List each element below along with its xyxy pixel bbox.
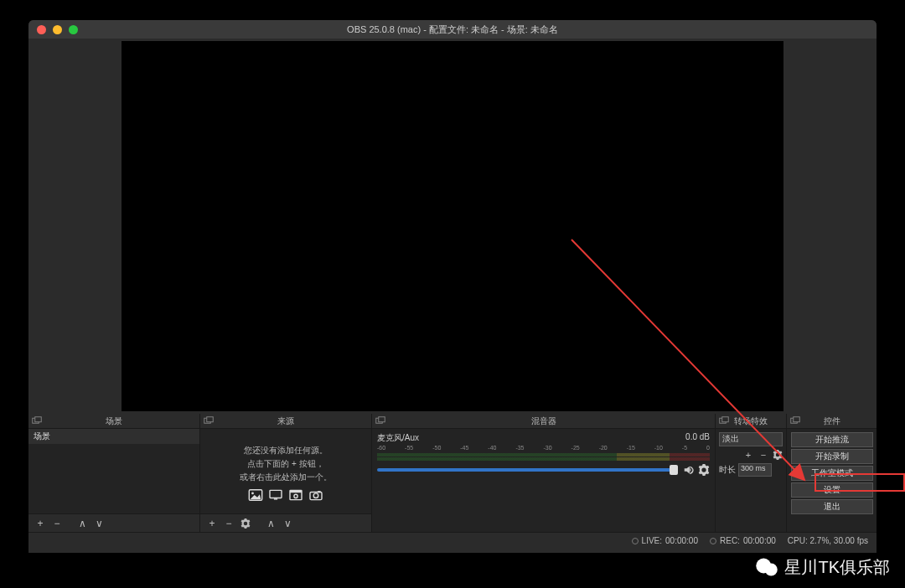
app-window: OBS 25.0.8 (mac) - 配置文件: 未命名 - 场景: 未命名 场…: [28, 20, 877, 553]
rec-indicator-icon: [710, 538, 716, 544]
watermark-text: 星川TK俱乐部: [784, 556, 890, 579]
scenes-footer: + − ∧ ∨: [28, 513, 199, 532]
add-scene-button[interactable]: +: [34, 517, 47, 530]
studio-mode-button[interactable]: 工作室模式: [791, 466, 873, 481]
remove-scene-button[interactable]: −: [50, 517, 64, 530]
svg-rect-6: [270, 490, 282, 498]
status-rec: REC: 00:00:00: [710, 536, 776, 545]
minimize-icon[interactable]: [53, 25, 62, 34]
mixer-panel-header: 混音器: [372, 414, 715, 429]
svg-point-22: [765, 564, 778, 576]
live-label: LIVE:: [642, 536, 662, 545]
controls-panel-header: 控件: [787, 414, 877, 429]
sources-empty-hint: 您还没有添加任何源。 点击下面的 + 按钮， 或者右击此处添加一个。: [200, 429, 371, 501]
mixer-panel-title: 混音器: [372, 415, 715, 427]
start-streaming-button[interactable]: 开始推流: [791, 432, 873, 447]
speaker-icon[interactable]: [683, 464, 695, 476]
mixer-channel-name: 麦克风/Aux: [377, 432, 419, 444]
mixer-panel: 混音器 麦克风/Aux 0.0 dB -60 -55 -50 -45 -4: [372, 414, 716, 532]
camera-source-icon: [308, 489, 323, 501]
window-title: OBS 25.0.8 (mac) - 配置文件: 未命名 - 场景: 未命名: [28, 23, 877, 36]
sources-panel-title: 来源: [200, 415, 371, 427]
status-cpu: CPU: 2.7%, 30.00 fps: [788, 536, 868, 545]
add-source-button[interactable]: +: [205, 517, 219, 530]
remove-source-button[interactable]: −: [222, 517, 235, 530]
start-recording-button[interactable]: 开始录制: [791, 449, 873, 464]
sources-panel: 来源 您还没有添加任何源。 点击下面的 + 按钮， 或者右击此处添加一个。 +: [200, 414, 372, 532]
transitions-panel-title: 转场特效: [716, 415, 786, 427]
display-source-icon: [268, 489, 283, 501]
titlebar: OBS 25.0.8 (mac) - 配置文件: 未命名 - 场景: 未命名: [28, 20, 877, 39]
meter-tick: -60: [377, 445, 385, 451]
meter-bar: [377, 457, 710, 461]
transitions-panel: 转场特效 淡出 + − 时长 300 ms: [716, 414, 787, 532]
meter-tick: 0: [706, 445, 710, 451]
controls-panel: 控件 开始推流 开始录制 工作室模式 设置 退出: [787, 414, 877, 532]
meter-tick: -20: [599, 445, 608, 451]
source-properties-button[interactable]: [239, 517, 252, 530]
meter-tick: -30: [543, 445, 551, 451]
svg-rect-13: [318, 491, 321, 493]
window-source-icon: [288, 489, 303, 501]
sources-list[interactable]: 您还没有添加任何源。 点击下面的 + 按钮， 或者右击此处添加一个。: [200, 429, 371, 513]
svg-point-23: [760, 563, 763, 565]
hint-line: 或者右击此处添加一个。: [200, 471, 371, 484]
mixer-channel: 麦克风/Aux 0.0 dB -60 -55 -50 -45 -40 -35 -…: [372, 429, 715, 479]
preview-area: [28, 39, 877, 414]
scenes-panel-header: 场景: [28, 414, 199, 429]
watermark: 星川TK俱乐部: [754, 554, 890, 580]
svg-point-5: [251, 493, 254, 495]
duration-input[interactable]: 300 ms: [738, 463, 772, 477]
hint-line: 点击下面的 + 按钮，: [200, 457, 371, 471]
meter-tick: -45: [460, 445, 468, 451]
controls-panel-title: 控件: [787, 415, 877, 427]
image-source-icon: [248, 489, 263, 501]
live-indicator-icon: [632, 538, 639, 544]
duration-label: 时长: [719, 464, 736, 476]
svg-point-10: [294, 494, 297, 498]
meter-tick: -35: [515, 445, 524, 451]
volume-thumb[interactable]: [670, 465, 678, 475]
meter-tick: -55: [405, 445, 413, 451]
scenes-list[interactable]: 场景: [28, 429, 199, 513]
source-up-button[interactable]: ∧: [264, 517, 277, 530]
maximize-icon[interactable]: [69, 25, 78, 34]
source-type-icons: [200, 489, 371, 501]
live-time: 00:00:00: [665, 536, 698, 545]
settings-button[interactable]: 设置: [791, 482, 873, 498]
transitions-panel-header: 转场特效: [716, 414, 786, 429]
scene-item[interactable]: 场景: [28, 429, 199, 444]
scene-up-button[interactable]: ∧: [75, 517, 89, 530]
source-down-button[interactable]: ∨: [281, 517, 294, 530]
status-live: LIVE: 00:00:00: [632, 536, 698, 545]
scenes-panel: 场景 场景 + − ∧ ∨: [28, 414, 200, 532]
transitions-body: 淡出 + − 时长 300 ms: [716, 429, 786, 532]
svg-point-25: [768, 567, 770, 569]
scene-down-button[interactable]: ∨: [92, 517, 106, 530]
rec-label: REC:: [720, 536, 740, 545]
sources-panel-header: 来源: [200, 414, 371, 429]
bottom-panels: 场景 场景 + − ∧ ∨ 来源 您还没有添加任何源。 点击下面的: [28, 414, 877, 532]
mixer-settings-icon[interactable]: [698, 464, 710, 476]
volume-slider[interactable]: [377, 468, 678, 472]
meter-tick: -25: [571, 445, 580, 451]
add-transition-button[interactable]: +: [742, 449, 754, 461]
meter-tick: -50: [432, 445, 441, 451]
rec-time: 00:00:00: [743, 536, 776, 545]
exit-button[interactable]: 退出: [791, 499, 873, 514]
hint-line: 您还没有添加任何源。: [200, 444, 371, 457]
meter-tick: -40: [488, 445, 496, 451]
transition-settings-icon[interactable]: [773, 450, 783, 460]
mixer-body: 麦克风/Aux 0.0 dB -60 -55 -50 -45 -40 -35 -…: [372, 429, 715, 532]
meter-tick: -15: [627, 445, 635, 451]
window-controls: [37, 25, 78, 34]
meter-tick: -10: [654, 445, 663, 451]
meter-tick: -5: [682, 445, 687, 451]
remove-transition-button[interactable]: −: [758, 449, 769, 461]
meter-bar: [377, 453, 710, 456]
preview-canvas[interactable]: [122, 41, 783, 411]
close-icon[interactable]: [37, 25, 46, 34]
svg-rect-7: [274, 498, 277, 499]
transition-select[interactable]: 淡出: [719, 432, 783, 446]
wechat-icon: [754, 554, 779, 580]
